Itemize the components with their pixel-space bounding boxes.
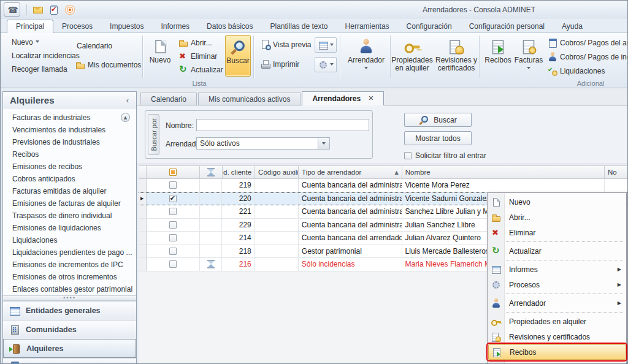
tab-arrendadores[interactable]: Arrendadores✕ [302, 91, 384, 105]
context-menu-item-facturas[interactable]: Facturas▶ [488, 360, 626, 364]
ribbon-button-recibos[interactable]: Recibos [483, 35, 513, 77]
tasks-button[interactable] [49, 5, 59, 15]
ribbon-button-vista-previa[interactable]: Vista previa [258, 39, 313, 51]
column-header-checkbox[interactable] [147, 165, 200, 179]
sidebar-section-comunidades[interactable]: Comunidades [3, 320, 136, 339]
context-menu-item-arrendador[interactable]: Arrendador▶ [488, 295, 626, 311]
row-checkbox[interactable] [169, 181, 177, 189]
sidebar-item-vencimientos-de-industriales[interactable]: Vencimientos de industriales [3, 124, 136, 136]
ribbon-dropdown-settings[interactable] [315, 57, 337, 72]
nombre-input[interactable] [196, 119, 369, 131]
ribbon-button-propiedades-en-alquiler[interactable]: Propiedades en alquiler [392, 35, 432, 77]
ribbon-button-cobros-pagos-inquilino[interactable]: Cobros/ Pagos de inquil [545, 51, 627, 63]
row-checkbox-cell[interactable] [147, 245, 200, 259]
context-menu-item-abrir[interactable]: Abrir... [488, 210, 626, 225]
scroll-up-button[interactable]: ▲ [121, 113, 130, 122]
sidebar-section-alquileres[interactable]: Alquileres [3, 339, 136, 358]
row-checkbox[interactable] [169, 234, 177, 241]
row-checkbox-cell[interactable] [147, 205, 200, 219]
sidebar-section-entidades-generales[interactable]: Entidades generales [3, 301, 136, 320]
column-header-hourglass[interactable] [200, 165, 222, 179]
ribbon-tab-plantillas-de-texto[interactable]: Plantillas de texto [261, 20, 336, 33]
ribbon-button-localizar-incidencias[interactable]: Localizar incidencias [9, 50, 82, 61]
ribbon-button-imprimir[interactable]: Imprimir [258, 58, 302, 70]
row-checkbox[interactable] [169, 248, 177, 255]
ribbon-button-calendario[interactable]: Calendario [74, 40, 115, 51]
ribbon-button-recoger-llamada[interactable]: Recoger llamada [9, 64, 70, 75]
sidebar-item-emisiones-de-incrementos-de-ipc[interactable]: Emisiones de incrementos de IPC [3, 259, 136, 271]
mail-button[interactable] [33, 5, 43, 15]
ribbon-button-cobros-pagos-arrendador[interactable]: Cobros/ Pagos del arren [545, 37, 627, 49]
collapse-chevron-icon[interactable]: ‹ [124, 96, 131, 105]
row-checkbox[interactable] [169, 195, 177, 202]
row-checkbox-cell[interactable] [147, 219, 200, 232]
sidebar-section-partial[interactable] [3, 358, 136, 364]
context-menu-item-actualizar[interactable]: Actualizar [488, 243, 626, 259]
ribbon-button-nuevo-menu[interactable]: Nuevo [9, 37, 42, 48]
row-checkbox[interactable] [169, 208, 177, 215]
context-menu-item-recibos[interactable]: Recibos [488, 344, 626, 360]
row-checkbox-cell[interactable] [147, 179, 200, 192]
context-menu-item-propiedades-en-alquiler[interactable]: Propiedades en alquiler [488, 314, 626, 329]
sidebar-item-emisiones-de-otros-incrementos[interactable]: Emisiones de otros incrementos [3, 271, 136, 283]
ribbon-tab-procesos[interactable]: Procesos [53, 20, 101, 33]
row-checkbox-cell[interactable] [147, 258, 200, 271]
sidebar-item-emisiones-de-facturas-de-alquiler[interactable]: Emisiones de facturas de alquiler [3, 197, 136, 210]
row-checkbox-cell[interactable] [147, 232, 200, 245]
column-header-id-cliente[interactable]: Id. cliente [223, 165, 256, 179]
ribbon-tab-principal[interactable]: Principal [7, 20, 53, 33]
ribbon-button-eliminar[interactable]: Eliminar [176, 50, 220, 63]
sidebar-item-emisiones-de-recibos[interactable]: Emisiones de recibos [3, 161, 136, 173]
mostrar-todos-button[interactable]: Mostrar todos [404, 131, 472, 145]
context-menu-item-revisiones-y-certificados[interactable]: Revisiones y certificados [488, 329, 626, 344]
broadcast-button[interactable] [65, 5, 75, 15]
sidebar-item-facturas-de-industriales[interactable]: Facturas de industriales▲ [3, 112, 136, 124]
arrendadores-select[interactable]: Sólo activos [196, 137, 330, 150]
tab-mis-comunicados-activos[interactable]: Mis comunicados activos [198, 93, 301, 105]
ribbon-button-nuevo[interactable]: Nuevo [147, 35, 174, 77]
buscar-button[interactable]: Buscar [404, 113, 472, 127]
sidebar-splitter[interactable]: •••• [3, 295, 136, 301]
sidebar-item-liquidaciones-pendientes-de-pago[interactable]: Liquidaciones pendientes de pago ... [3, 246, 136, 259]
column-header-tipo-de-arrendador[interactable]: Tipo de arrendador▲ [299, 165, 402, 179]
ribbon-tab-impuestos[interactable]: Impuestos [101, 20, 152, 33]
row-checkbox[interactable] [169, 260, 177, 268]
sidebar-item-previsiones-de-industriales[interactable]: Previsiones de industriales [3, 136, 136, 148]
sidebar-item-emisiones-de-liquidaciones[interactable]: Emisiones de liquidaciones [3, 222, 136, 234]
column-header-c-digo-auxiliar[interactable]: Código auxiliar [255, 165, 299, 179]
ribbon-button-liquidaciones[interactable]: Liquidaciones [545, 65, 607, 77]
context-menu-item-eliminar[interactable]: Eliminar [488, 225, 626, 240]
ribbon-tab-configuraci-n[interactable]: Configuración [398, 20, 461, 33]
tab-calendario[interactable]: Calendario [140, 93, 197, 105]
context-menu-item-procesos[interactable]: Procesos▶ [488, 277, 626, 292]
context-menu-item-informes[interactable]: Informes▶ [488, 262, 626, 277]
ribbon-tab-datos-b-sicos[interactable]: Datos básicos [198, 20, 261, 33]
ribbon-tab-ayuda[interactable]: Ayuda [553, 20, 591, 33]
sidebar-item-liquidaciones[interactable]: Liquidaciones [3, 234, 136, 246]
ribbon-button-facturas[interactable]: Facturas [515, 35, 543, 77]
phone-button[interactable] [4, 2, 20, 17]
select-all-checkbox-icon[interactable] [169, 169, 177, 176]
ribbon-button-actualizar[interactable]: Actualizar [176, 64, 226, 76]
close-icon[interactable]: ✕ [368, 93, 373, 105]
ribbon-tab-herramientas[interactable]: Herramientas [337, 20, 398, 33]
column-header-nombre[interactable]: Nombre [402, 165, 605, 179]
context-menu-item-nuevo[interactable]: Nuevo [488, 194, 626, 210]
column-header-no[interactable]: No [605, 165, 628, 179]
ribbon-tab-configuraci-n-personal[interactable]: Configuración personal [461, 20, 553, 33]
ribbon-button-revisiones-certificados[interactable]: Revisiones y certificados [434, 35, 479, 77]
sidebar-item-traspasos-de-dinero-individual[interactable]: Traspasos de dinero individual [3, 210, 136, 222]
row-checkbox[interactable] [169, 221, 177, 229]
sidebar-item-recibos[interactable]: Recibos [3, 148, 136, 161]
ribbon-dropdown-list-layout[interactable] [315, 37, 337, 53]
buscar-por-vertical-tab[interactable]: Buscar por [148, 114, 159, 155]
ribbon-button-arrendador[interactable]: Arrendador [343, 35, 389, 77]
column-header-row-indicator[interactable] [139, 165, 147, 179]
ribbon-tab-informes[interactable]: Informes [152, 20, 198, 33]
ribbon-button-mis-documentos[interactable]: Mis documentos [73, 59, 144, 71]
sidebar-item-cobros-anticipados[interactable]: Cobros anticipados [3, 173, 136, 185]
solicitar-filtro-checkbox[interactable]: Solicitar filtro al entrar [404, 151, 486, 160]
ribbon-button-buscar[interactable]: Buscar [225, 35, 251, 77]
sidebar-item-facturas-emitidas-de-alquiler[interactable]: Facturas emitidas de alquiler [3, 185, 136, 197]
ribbon-button-abrir[interactable]: Abrir... [176, 37, 215, 49]
